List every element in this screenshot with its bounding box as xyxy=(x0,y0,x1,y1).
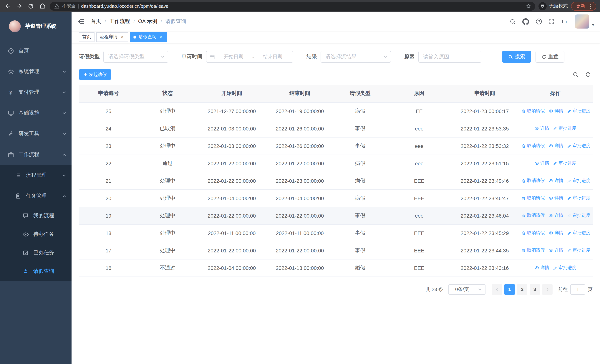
detail-action-link[interactable]: 详情 xyxy=(534,264,549,271)
reason-input[interactable] xyxy=(418,51,481,63)
result-select[interactable]: 请选择流结果 xyxy=(320,51,391,63)
close-icon[interactable]: × xyxy=(159,34,164,39)
address-bar[interactable]: 不安全 dashboard.yudao.iocoder.cn/bpm/oa/le… xyxy=(50,2,535,10)
breadcrumb-item-workflow[interactable]: 工作流程 xyxy=(109,18,130,25)
breadcrumb-item-home[interactable]: 首页 xyxy=(91,18,101,25)
github-icon[interactable] xyxy=(522,18,529,25)
sidebar-item-workflow[interactable]: 工作流程 xyxy=(0,144,72,165)
hamburger-icon[interactable] xyxy=(77,18,85,25)
progress-action-link[interactable]: 审批进度 xyxy=(567,212,590,219)
font-size-icon[interactable]: TT xyxy=(561,18,569,25)
prev-page-button[interactable] xyxy=(492,284,502,295)
progress-action-link[interactable]: 审批进度 xyxy=(567,230,590,236)
close-icon[interactable]: × xyxy=(120,34,125,39)
app-logo[interactable]: 芋道管理系统 xyxy=(0,12,72,40)
search-toggle-icon[interactable] xyxy=(572,72,579,77)
question-icon[interactable] xyxy=(536,18,542,25)
sidebar-item-todo-tasks[interactable]: 待办任务 xyxy=(0,225,72,243)
sidebar-item-payment-mgmt[interactable]: ¥ 支付管理 xyxy=(0,82,72,103)
sidebar-item-infrastructure[interactable]: 基础设施 xyxy=(0,103,72,123)
detail-action-link[interactable]: 详情 xyxy=(548,142,563,149)
column-header-reason: 原因 xyxy=(387,85,451,102)
leave-type-select[interactable]: 请选择请假类型 xyxy=(103,51,168,63)
page-size-select[interactable]: 10条/页 xyxy=(449,284,486,295)
sidebar-item-process-mgmt[interactable]: 流程管理 xyxy=(0,165,72,186)
kebab-menu-icon[interactable]: ⋮ xyxy=(588,3,593,9)
cell-start-time: 2022-01-04 00:00:00 xyxy=(197,189,266,207)
eye-icon xyxy=(548,248,553,253)
tab-home[interactable]: 首页 xyxy=(79,32,94,42)
chevron-down-icon xyxy=(160,55,165,59)
detail-action-link[interactable]: 详情 xyxy=(548,212,563,218)
sidebar-item-system-mgmt[interactable]: 系统管理 xyxy=(0,61,72,82)
detail-action-link[interactable]: 详情 xyxy=(548,195,563,201)
apply-time-range-picker[interactable]: 开始日期 - 结束日期 xyxy=(206,51,293,63)
goto-page-input[interactable] xyxy=(570,284,585,295)
cell-status: 处理中 xyxy=(138,172,197,189)
page-button-3[interactable]: 3 xyxy=(530,284,540,295)
progress-action-link[interactable]: 审批进度 xyxy=(567,143,590,149)
tab-process-detail[interactable]: 流程详情 × xyxy=(96,32,128,42)
cell-actions: 详情审批进度 xyxy=(518,120,593,137)
cancel-action-link[interactable]: 取消请假 xyxy=(521,108,545,114)
cell-reason: EE xyxy=(387,102,451,120)
sidebar-item-dev-tools[interactable]: 研发工具 xyxy=(0,123,72,144)
progress-action-link[interactable]: 审批进度 xyxy=(567,108,590,114)
detail-action-link[interactable]: 详情 xyxy=(534,125,549,131)
url-text[interactable]: dashboard.yudao.iocoder.cn/bpm/oa/leave xyxy=(81,3,169,9)
cell-reason: EEE xyxy=(387,224,451,242)
progress-action-link[interactable]: 审批进度 xyxy=(553,125,576,131)
cell-apply-time: 2022-01-23 00:06:17 xyxy=(451,102,518,120)
page-button-1[interactable]: 1 xyxy=(504,284,515,295)
cancel-action-link[interactable]: 取消请假 xyxy=(521,247,545,253)
update-button[interactable]: 更新 ⋮ xyxy=(571,2,596,10)
detail-action-link[interactable]: 详情 xyxy=(534,160,549,166)
sidebar-item-my-process[interactable]: 我的流程 xyxy=(0,206,72,225)
sidebar-item-done-tasks[interactable]: 已办任务 xyxy=(0,243,72,262)
fullscreen-icon[interactable] xyxy=(549,19,555,24)
progress-action-link[interactable]: 审批进度 xyxy=(567,195,590,201)
table-row: 23处理中2022-01-03 00:00:002022-01-26 00:00… xyxy=(79,137,593,155)
progress-action-link[interactable]: 审批进度 xyxy=(567,177,590,184)
edit-icon xyxy=(553,161,557,166)
reload-icon[interactable] xyxy=(27,2,35,10)
detail-action-link[interactable]: 详情 xyxy=(548,108,563,114)
cell-start-time: 2022-01-22 00:00:00 xyxy=(197,172,266,189)
breadcrumb-item-oa-example[interactable]: OA 示例 xyxy=(138,18,157,25)
progress-action-link[interactable]: 审批进度 xyxy=(553,265,576,271)
sidebar-item-home[interactable]: 首页 xyxy=(0,40,72,61)
cancel-action-link[interactable]: 取消请假 xyxy=(521,195,545,201)
cell-actions: 取消请假详情审批进度 xyxy=(518,207,593,224)
progress-action-link[interactable]: 审批进度 xyxy=(553,160,576,167)
tab-leave-query[interactable]: 请假查询 × xyxy=(130,32,167,42)
security-label[interactable]: 不安全 xyxy=(62,3,75,9)
cancel-action-link[interactable]: 取消请假 xyxy=(521,143,545,149)
search-button[interactable]: 搜索 xyxy=(502,51,531,63)
detail-action-link[interactable]: 详情 xyxy=(548,247,563,253)
page-button-2[interactable]: 2 xyxy=(517,284,527,295)
table-header-row: 申请编号 状态 开始时间 结束时间 请假类型 原因 申请时间 操作 xyxy=(79,85,593,102)
detail-action-link[interactable]: 详情 xyxy=(548,177,563,184)
refresh-icon[interactable] xyxy=(585,72,591,77)
cancel-action-link[interactable]: 取消请假 xyxy=(521,177,545,184)
cancel-action-link[interactable]: 取消请假 xyxy=(521,230,545,236)
back-icon[interactable] xyxy=(4,2,12,10)
table-toolbar: 发起请假 xyxy=(79,69,593,80)
caret-down-icon[interactable]: ▾ xyxy=(592,23,594,28)
avatar[interactable] xyxy=(575,14,590,28)
sidebar-item-leave-query[interactable]: 请假查询 xyxy=(0,262,72,280)
end-date-placeholder[interactable]: 结束日期 xyxy=(255,53,290,60)
start-date-placeholder[interactable]: 开始日期 xyxy=(216,53,251,60)
detail-action-link[interactable]: 详情 xyxy=(548,230,563,236)
search-icon[interactable] xyxy=(510,18,516,25)
next-page-button[interactable] xyxy=(542,284,553,295)
eye-icon xyxy=(534,161,539,166)
progress-action-link[interactable]: 审批进度 xyxy=(567,247,590,253)
bookmark-star-icon[interactable] xyxy=(525,3,531,9)
cancel-action-link[interactable]: 取消请假 xyxy=(521,212,545,219)
reset-button[interactable]: 重置 xyxy=(535,51,564,63)
home-icon[interactable] xyxy=(38,2,46,10)
forward-icon[interactable] xyxy=(15,2,23,10)
create-leave-button[interactable]: 发起请假 xyxy=(79,69,111,80)
sidebar-item-task-mgmt[interactable]: 任务管理 xyxy=(0,186,72,206)
